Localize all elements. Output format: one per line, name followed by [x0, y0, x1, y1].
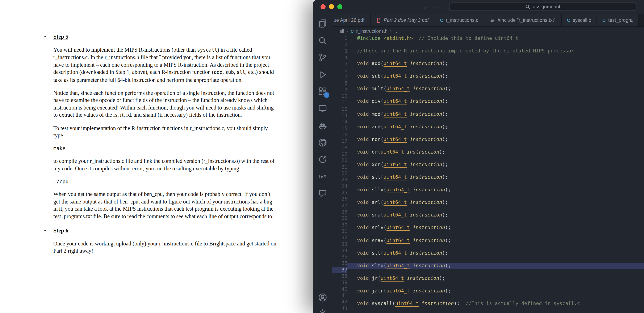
code-line[interactable]	[348, 307, 644, 313]
code-line[interactable]: void or(uint64_t instruction);	[348, 149, 644, 156]
text-segment: To test your implementation of the R-ins…	[53, 125, 268, 139]
parameter: instruction	[413, 262, 445, 268]
activity-comment[interactable]	[318, 188, 328, 198]
forward-button[interactable]: →	[434, 2, 440, 11]
code-line[interactable]: void syscall(uint64_t instruction); //Th…	[348, 301, 644, 307]
activity-search[interactable]	[318, 35, 328, 45]
code-line[interactable]: void sllv(uint64_t instruction);	[348, 187, 644, 193]
parameter: instruction	[413, 86, 445, 92]
activity-explorer[interactable]	[318, 18, 328, 28]
code-line[interactable]: void and(uint64_t instruction);	[348, 124, 644, 130]
code-line[interactable]: void nor(uint64_t instruction);	[348, 136, 644, 143]
token	[413, 35, 418, 41]
code-line[interactable]	[348, 218, 644, 225]
code-line[interactable]	[348, 269, 644, 275]
code-line[interactable]	[348, 42, 644, 48]
code-line[interactable]: #include <stdint.h> // Include this to d…	[348, 35, 644, 42]
code-line[interactable]: void sra(uint64_t instruction);	[348, 212, 644, 219]
code-line[interactable]: void sll(uint64_t instruction);	[348, 174, 644, 181]
token: (	[380, 174, 384, 180]
token: uint64_t	[384, 60, 407, 67]
code-line[interactable]	[348, 168, 644, 174]
code-area[interactable]: #include <stdint.h> // Include this to d…	[348, 35, 644, 313]
code-line[interactable]	[348, 256, 644, 263]
activity-remote-explorer[interactable]	[318, 103, 328, 114]
code-line[interactable]: void xor(uint64_t instruction);	[348, 161, 644, 168]
code-line[interactable]: void srav(uint64_t instruction);	[348, 237, 644, 244]
code-line[interactable]: void sltu(uint64_t instruction);	[348, 262, 644, 269]
code-line[interactable]: void add(uint64_t instruction);	[348, 60, 644, 67]
line-number: 34	[332, 248, 348, 254]
minimize-button[interactable]	[329, 4, 334, 9]
zoom-button[interactable]	[337, 4, 342, 9]
code-line[interactable]	[348, 231, 644, 237]
line-number: 19	[332, 151, 348, 157]
code-line[interactable]: void jalr(uint64_t instruction);	[348, 288, 644, 294]
code-line[interactable]: void mod(uint64_t instruction);	[348, 111, 644, 118]
text-file-icon	[490, 17, 495, 23]
breadcrumb-item[interactable]: …	[394, 28, 399, 33]
breadcrumb-item[interactable]: r_instructions.h	[356, 28, 388, 33]
tab-syscall-c[interactable]: Csyscall.c	[562, 14, 597, 26]
code-line[interactable]: void mult(uint64_t instruction);	[348, 86, 644, 92]
token: (	[380, 98, 384, 104]
code-line[interactable]	[348, 244, 644, 250]
section-heading: Step 5	[53, 33, 68, 40]
tab-include-r-instructions-txt[interactable]: #include "r_instructions.txt"	[484, 14, 562, 26]
code-line[interactable]	[348, 67, 644, 73]
line-number: 11	[332, 100, 348, 106]
activity-docker[interactable]	[318, 120, 328, 131]
code-line[interactable]	[348, 193, 644, 199]
pdf-file-icon	[376, 17, 381, 23]
line-number: 36	[332, 260, 348, 267]
editor-group: ue April 26.pdfPart 2 due May 3.pdfCr_in…	[332, 14, 644, 313]
token: (	[378, 275, 380, 281]
doc-section: •Step 5You will need to implement the MI…	[44, 33, 278, 220]
activity-settings[interactable]	[318, 309, 328, 313]
tab-ue-april-26-pdf[interactable]: ue April 26.pdf	[332, 14, 370, 26]
token	[404, 149, 407, 155]
code-line[interactable]	[348, 282, 644, 288]
token: void	[357, 124, 372, 130]
activity-live-share[interactable]	[318, 155, 328, 164]
activity-source-control[interactable]	[318, 52, 328, 62]
code-line[interactable]	[348, 54, 644, 61]
token: );	[442, 199, 448, 205]
token	[407, 98, 410, 104]
breadcrumb-item[interactable]: all	[340, 28, 344, 33]
code-line[interactable]	[348, 80, 644, 86]
tab-part-2-due-may-3-pdf[interactable]: Part 2 due May 3.pdf	[370, 14, 434, 26]
tab-r-instructions-c[interactable]: Cr_instructions.c	[434, 14, 484, 26]
code-line[interactable]	[348, 206, 644, 212]
titlebar: ← → assignment4	[313, 0, 644, 14]
code-line[interactable]	[348, 105, 644, 111]
code-line[interactable]	[348, 118, 644, 124]
activity-latex[interactable]: TeX	[318, 171, 328, 181]
parameter: instruction	[413, 187, 445, 193]
back-button[interactable]: ←	[422, 2, 428, 11]
code-line[interactable]: void srlv(uint64_t instruction);	[348, 225, 644, 231]
code-line[interactable]	[348, 92, 644, 98]
command-center[interactable]: assignment4	[449, 2, 636, 11]
token	[407, 73, 410, 79]
activity-run-debug[interactable]	[318, 69, 328, 80]
code-line[interactable]	[348, 181, 644, 187]
code-line[interactable]: void jr(uint64_t instruction);	[348, 275, 644, 282]
activity-extensions[interactable]: 2	[318, 86, 328, 97]
code-line[interactable]: //These are the R-instructions implement…	[348, 48, 644, 54]
code-line[interactable]: void srl(uint64_t instruction);	[348, 199, 644, 206]
code-line[interactable]: void slt(uint64_t instruction);	[348, 250, 644, 256]
code-line[interactable]	[348, 130, 644, 136]
code-line[interactable]: void sub(uint64_t instruction);	[348, 73, 644, 80]
tab-test-progra[interactable]: Ctest_progra	[597, 14, 638, 26]
code-editor[interactable]: 1234567891011121314151617181920212223242…	[332, 35, 644, 313]
code-line[interactable]	[348, 143, 644, 149]
activity-account[interactable]	[318, 293, 328, 303]
code-line[interactable]	[348, 155, 644, 161]
code-line[interactable]: void div(uint64_t instruction);	[348, 98, 644, 105]
token: );	[445, 187, 451, 193]
close-button[interactable]	[320, 4, 326, 9]
code-line[interactable]	[348, 294, 644, 301]
latex-icon: TeX	[318, 173, 327, 179]
activity-github[interactable]	[318, 138, 328, 148]
